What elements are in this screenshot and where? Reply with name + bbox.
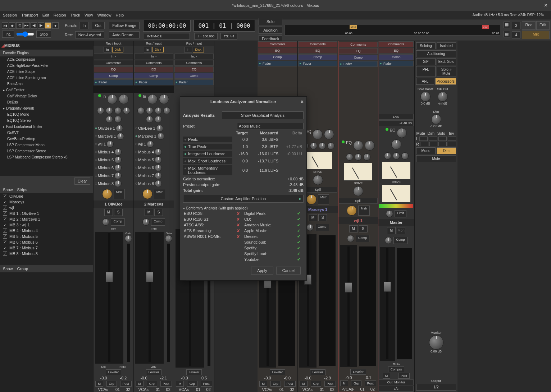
vcas[interactable]: -VCAs- xyxy=(97,387,109,392)
comp-button[interactable]: Comp xyxy=(94,73,133,79)
apply-button[interactable]: Apply xyxy=(251,267,273,275)
auditioning-button[interactable]: Auditioning xyxy=(416,50,456,57)
send-knob[interactable] xyxy=(106,140,114,148)
send-label[interactable]: Mixbus 6 xyxy=(98,166,114,170)
b[interactable]: 02 xyxy=(126,387,130,392)
follow-range[interactable]: Follow Range xyxy=(109,22,140,29)
eq-knob[interactable] xyxy=(114,107,122,114)
plugin-item[interactable]: LSP Multiband Compressor Stereo x8 xyxy=(0,154,93,160)
r-dim[interactable] xyxy=(429,142,438,146)
tempo[interactable]: ♩ = 100.000 xyxy=(194,33,218,40)
send-label[interactable]: Mixbus 5 xyxy=(98,158,114,162)
strip-name[interactable]: MB 4 : Mixbus 4 xyxy=(9,229,38,233)
strip-name[interactable]: MB 2 : Marceys 1 xyxy=(9,217,40,221)
dim-button[interactable]: Dim xyxy=(437,147,456,154)
strip-name[interactable]: MB 6 : Mixbus 6 xyxy=(9,240,38,244)
mono-button[interactable]: Mono xyxy=(416,147,436,154)
rec-tab[interactable]: Rec xyxy=(522,21,536,30)
fader-insert[interactable]: Fader xyxy=(94,79,133,85)
auto-return[interactable]: Auto Return xyxy=(109,31,140,38)
dialog-close-icon[interactable]: × xyxy=(301,99,304,105)
l-dim[interactable] xyxy=(429,137,437,141)
comp-button[interactable]: Comp xyxy=(111,218,124,226)
lpf-knob[interactable] xyxy=(119,94,129,104)
processors-button[interactable]: Processors xyxy=(435,78,456,85)
play-icon[interactable]: ▶ xyxy=(38,22,44,29)
shuttle-slider[interactable] xyxy=(16,31,34,37)
sip-cut-knob[interactable] xyxy=(438,92,448,102)
in-button[interactable]: In xyxy=(104,47,111,52)
pan-knob[interactable] xyxy=(102,189,112,199)
send-label[interactable]: wjl 1 xyxy=(98,142,106,146)
send-knob[interactable] xyxy=(117,133,124,140)
preset-select[interactable]: Apple Music xyxy=(237,123,304,129)
range-icon[interactable]: ▸▸ xyxy=(23,22,30,29)
bbt-display[interactable]: 001 | 01 | 0000 xyxy=(193,20,255,32)
metric-integrated[interactable]: Integrated Loudness: xyxy=(183,151,232,157)
solo-alert[interactable]: Solo xyxy=(259,18,282,25)
plugin-item[interactable]: Dragonfly Reverb xyxy=(0,105,93,111)
menu-edit[interactable]: Edit xyxy=(42,13,49,17)
disk-button[interactable]: Disk xyxy=(112,47,124,52)
soloing-button[interactable]: Soloing xyxy=(416,42,436,49)
n4[interactable]: 4 xyxy=(512,31,520,38)
timecode-display[interactable]: 00:00:00:00 xyxy=(143,20,191,32)
time-sig[interactable]: TS: 4/4 xyxy=(220,33,237,40)
l-inv[interactable] xyxy=(448,137,456,141)
input-route[interactable]: In: - xyxy=(94,54,133,59)
loop-icon[interactable]: ⟲ xyxy=(16,22,23,29)
plugin-item[interactable]: EQ10Q Mono xyxy=(0,111,93,117)
afl-button[interactable]: AFL xyxy=(416,78,434,85)
rec-mode[interactable]: Non-Layered xyxy=(75,31,105,38)
strip-checkbox[interactable] xyxy=(3,200,7,204)
r-inv[interactable] xyxy=(448,142,456,146)
plugin-item[interactable]: ACE Inline Spectrogram xyxy=(0,75,93,81)
send-knob[interactable] xyxy=(116,125,123,132)
dim-knob[interactable] xyxy=(431,114,441,124)
send-enable[interactable] xyxy=(95,143,97,145)
send-label[interactable]: Mixbus 4 xyxy=(98,150,114,154)
menu-view[interactable]: View xyxy=(85,13,93,17)
strip-name[interactable]: MB 3 : wjl 1 xyxy=(9,223,30,227)
eq-knob[interactable] xyxy=(106,107,113,114)
send-label[interactable]: OlivBee 1 xyxy=(98,126,115,130)
plugin-item[interactable]: ACE High/Low Pass Filter xyxy=(0,63,93,69)
menu-help[interactable]: Help xyxy=(116,13,124,17)
punch-out[interactable]: Out xyxy=(92,22,105,29)
plugin-item[interactable]: DeEss xyxy=(0,99,93,105)
send-enable[interactable] xyxy=(95,151,97,153)
gain-knob[interactable] xyxy=(125,235,132,242)
hpf-knob[interactable] xyxy=(107,94,117,104)
eq-button[interactable]: EQ xyxy=(94,66,133,72)
strip-checkbox[interactable] xyxy=(3,211,7,216)
l-mute[interactable] xyxy=(419,137,428,141)
r-mute[interactable] xyxy=(420,142,428,146)
eq-knob[interactable] xyxy=(97,107,104,114)
eq-knob[interactable] xyxy=(123,107,130,114)
strip-checkbox[interactable] xyxy=(3,246,7,250)
audition-alert[interactable]: Audition xyxy=(259,27,282,34)
r-solo[interactable] xyxy=(438,142,447,146)
custom-amp-button[interactable]: Custom Amplifier Position● xyxy=(183,195,304,203)
plugin-item[interactable]: GxSVT xyxy=(0,130,93,136)
marker-end[interactable]: end xyxy=(482,25,489,29)
send-enable[interactable] xyxy=(95,167,97,169)
send-knob[interactable] xyxy=(114,172,122,179)
record-icon[interactable]: ● xyxy=(52,22,59,29)
strip-checkbox[interactable] xyxy=(3,217,7,221)
strip-name[interactable]: MB 5 : Mixbus 5 xyxy=(9,234,38,239)
processor-box[interactable] xyxy=(94,86,133,93)
strip-name[interactable]: MB 1 : OlivBee 1 xyxy=(9,211,39,216)
strip-name[interactable]: OlivBee xyxy=(9,194,23,198)
output-half[interactable]: 1/2 xyxy=(416,384,456,391)
eq-knob[interactable] xyxy=(106,116,113,123)
goto-end-icon[interactable]: ⏭ xyxy=(9,22,15,29)
send-knob[interactable] xyxy=(114,180,122,187)
conformity-title[interactable]: ▾ Conformity Analysis (with gain applied… xyxy=(183,206,304,211)
solo-mute-button[interactable]: Solo » Mute xyxy=(437,66,456,77)
strip-name[interactable]: MB 7 : Mixbus 7 xyxy=(9,246,38,250)
metric-short[interactable]: Max. Short Loudness: xyxy=(183,158,232,164)
send-knob[interactable] xyxy=(114,156,122,163)
editor-vis-icon[interactable]: ▦ xyxy=(504,22,510,28)
strip-name[interactable]: Marceys xyxy=(9,200,24,204)
